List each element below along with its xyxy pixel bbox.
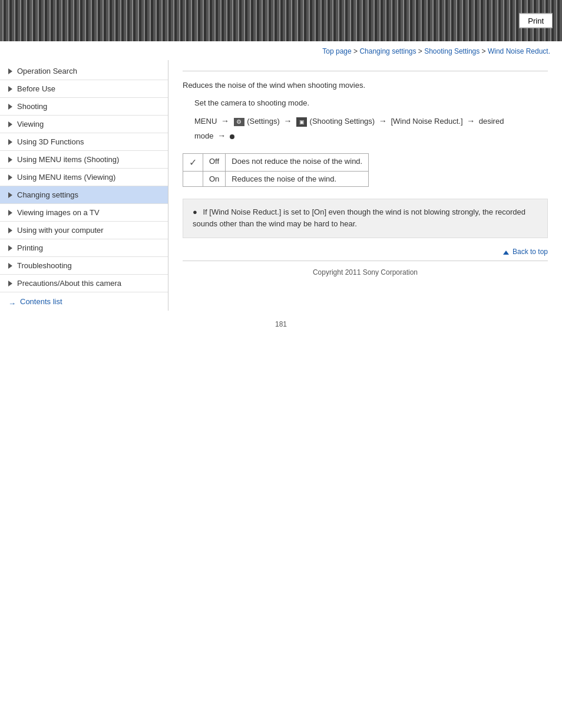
arrow-icon (8, 245, 12, 251)
breadcrumb-top[interactable]: Top page (322, 47, 351, 55)
arrow-icon (8, 121, 12, 127)
label-cell-off: Off (203, 153, 226, 171)
page-number: 181 (0, 311, 562, 333)
arrow-icon (8, 281, 12, 286)
header-bar: Print (0, 0, 562, 41)
arrow-sym2: → (283, 116, 292, 126)
contents-list-link[interactable]: Contents list (0, 292, 168, 311)
sidebar-item-menu-viewing[interactable]: Using MENU items (Viewing) (0, 169, 168, 186)
sidebar-label: Operation Search (17, 67, 77, 75)
sidebar-item-printing[interactable]: Printing (0, 239, 168, 257)
content-area: Reduces the noise of the wind when shoot… (168, 60, 562, 294)
sidebar-item-menu-shooting[interactable]: Using MENU items (Shooting) (0, 151, 168, 169)
back-to-top-link[interactable]: Back to top (503, 248, 548, 256)
arrow-sym3: → (379, 116, 387, 126)
menu-instruction: MENU → ⚙ (Settings) → ▣ (Shooting Settin… (194, 114, 548, 143)
desc-cell-off: Does not reduce the noise of the wind. (226, 153, 369, 171)
breadcrumb-current[interactable]: Wind Noise Reduct. (488, 47, 550, 55)
sidebar-item-changing-settings[interactable]: Changing settings (0, 186, 168, 204)
arrow-icon (8, 68, 12, 74)
arrow-icon (8, 228, 12, 233)
sidebar-item-operation-search[interactable]: Operation Search (0, 62, 168, 80)
sidebar-item-viewing-tv[interactable]: Viewing images on a TV (0, 204, 168, 222)
footer-divider (183, 261, 548, 261)
bullet-icon (230, 134, 234, 139)
print-button[interactable]: Print (519, 14, 553, 28)
settings-icon: ⚙ (234, 118, 244, 126)
top-divider (183, 71, 548, 71)
arrow-icon (8, 157, 12, 163)
sidebar: Operation Search Before Use Shooting Vie… (0, 60, 168, 311)
sidebar-label: Changing settings (17, 190, 78, 199)
sidebar-item-before-use[interactable]: Before Use (0, 80, 168, 98)
arrow-icon (8, 174, 12, 180)
check-cell-off: ✓ (183, 153, 203, 171)
desc-cell-on: Reduces the noise of the wind. (226, 171, 369, 186)
breadcrumb-changing[interactable]: Changing settings (359, 47, 416, 55)
sidebar-item-shooting[interactable]: Shooting (0, 98, 168, 116)
table-row: ✓ Off Does not reduce the noise of the w… (183, 153, 369, 171)
sidebar-item-troubleshooting[interactable]: Troubleshooting (0, 257, 168, 275)
check-cell-on (183, 171, 203, 186)
arrow-icon (8, 192, 12, 198)
breadcrumb: Top page > Changing settings > Shooting … (0, 41, 562, 60)
sidebar-label: Viewing images on a TV (17, 208, 100, 217)
page-intro: Reduces the noise of the wind when shoot… (183, 80, 548, 91)
contents-arrow-icon (8, 299, 16, 305)
arrow-sym4: → (467, 116, 475, 126)
breadcrumb-sep1: > (353, 47, 359, 55)
sidebar-label: Printing (17, 243, 43, 252)
breadcrumb-sep2: > (418, 47, 424, 55)
arrow-sym: → (221, 116, 229, 126)
back-to-top-label: Back to top (513, 248, 548, 256)
note-bullet: ● (193, 207, 197, 216)
sidebar-label: Using with your computer (17, 226, 104, 235)
sidebar-label: Using MENU items (Shooting) (17, 155, 119, 164)
triangle-up-icon (503, 251, 509, 255)
breadcrumb-sep3: > (482, 47, 488, 55)
note-box: ● If [Wind Noise Reduct.] is set to [On]… (183, 199, 548, 239)
shooting-settings-icon: ▣ (296, 117, 307, 127)
arrow-icon (8, 104, 12, 110)
arrow-icon (8, 86, 12, 92)
copyright: Copyright 2011 Sony Corporation (183, 265, 548, 282)
table-row: On Reduces the noise of the wind. (183, 171, 369, 186)
arrow-icon (8, 210, 12, 216)
sidebar-label: Troubleshooting (17, 261, 72, 270)
sidebar-item-3d-functions[interactable]: Using 3D Functions (0, 133, 168, 151)
main-layout: Operation Search Before Use Shooting Vie… (0, 60, 562, 311)
sidebar-label: Viewing (17, 120, 44, 129)
sidebar-label: Using MENU items (Viewing) (17, 173, 115, 182)
sidebar-item-precautions[interactable]: Precautions/About this camera (0, 275, 168, 292)
arrow-icon (8, 139, 12, 145)
sidebar-label: Shooting (17, 102, 47, 111)
note-text: If [Wind Noise Reduct.] is set to [On] e… (193, 207, 525, 229)
arrow-icon (8, 263, 12, 269)
sidebar-label: Before Use (17, 84, 55, 93)
sidebar-item-viewing[interactable]: Viewing (0, 116, 168, 133)
contents-link-label: Contents list (20, 297, 62, 306)
back-to-top: Back to top (183, 248, 548, 256)
step1: Set the camera to shooting mode. (194, 97, 548, 110)
breadcrumb-shooting[interactable]: Shooting Settings (424, 47, 480, 55)
sidebar-label: Precautions/About this camera (17, 279, 121, 288)
arrow-sym5: → (217, 131, 226, 140)
sidebar-label: Using 3D Functions (17, 137, 84, 146)
settings-table: ✓ Off Does not reduce the noise of the w… (183, 153, 369, 187)
sidebar-item-using-computer[interactable]: Using with your computer (0, 222, 168, 239)
label-cell-on: On (203, 171, 226, 186)
